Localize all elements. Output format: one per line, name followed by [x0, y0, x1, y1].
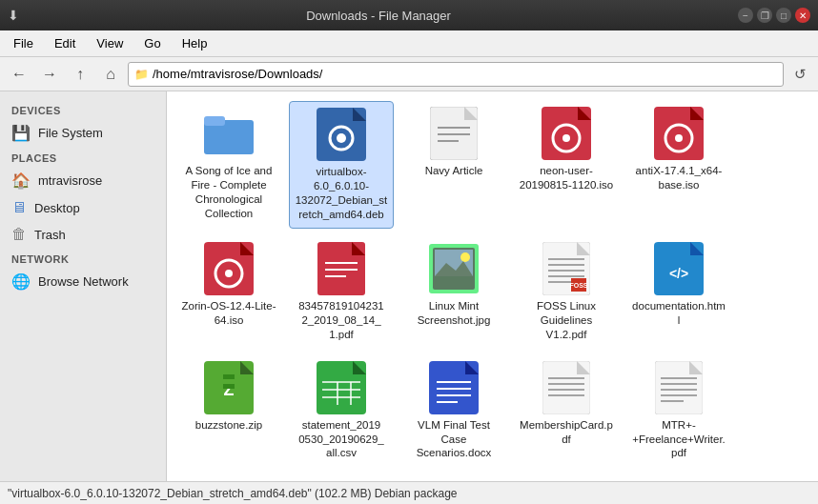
file-item-txt[interactable]: Navy Article — [401, 101, 506, 229]
network-section-label: NETWORK — [0, 248, 166, 268]
main-layout: DEVICES 💾 File System PLACES 🏠 mtravisro… — [0, 91, 818, 481]
menu-help[interactable]: Help — [173, 34, 217, 52]
jpg-icon — [427, 242, 481, 295]
svg-rect-50 — [223, 384, 235, 389]
file-label: MembershipCard.pdf — [519, 418, 614, 447]
file-item-iso-neon[interactable]: neon-user-20190815-1120.iso — [514, 101, 619, 229]
pdf-icon-1 — [315, 242, 368, 295]
app-icon: ⬇ — [8, 8, 19, 23]
svg-text:FOSS: FOSS — [569, 282, 587, 289]
file-label: documentation.html — [631, 299, 726, 328]
network-icon: 🌐 — [11, 272, 31, 291]
file-label: statement_2019 0530_20190629_ all.csv — [294, 418, 389, 461]
address-icon: 📁 — [134, 68, 149, 81]
file-label: buzzstone.zip — [195, 418, 262, 433]
folder-icon — [202, 107, 256, 160]
sidebar-desktop-label: Desktop — [34, 201, 80, 215]
file-item-pdf-foss[interactable]: FOSS FOSS Linux Guidelines V1.2.pdf — [514, 236, 619, 348]
forward-button[interactable]: → — [36, 61, 63, 88]
maximize-button[interactable]: □ — [776, 8, 791, 23]
refresh-button[interactable]: ↺ — [787, 62, 812, 87]
svg-point-32 — [460, 252, 470, 262]
file-area: A Song of Ice and Fire - Complete Chrono… — [167, 91, 818, 481]
sidebar-item-desktop[interactable]: 🖥 Desktop — [0, 194, 166, 221]
titlebar-title: Downloads - File Manager — [19, 9, 738, 23]
file-label: virtualbox-6.0_6.0.10-132072_Debian_stre… — [294, 165, 389, 222]
file-item-pdf-mtr[interactable]: MTR+-+Freelance+Writer.pdf — [626, 355, 731, 467]
csv-icon — [315, 361, 368, 414]
file-item-pdf-member[interactable]: MembershipCard.pdf — [514, 355, 619, 467]
desktop-icon: 🖥 — [11, 199, 27, 216]
minimize-button[interactable]: − — [738, 8, 753, 23]
sidebar-item-trash[interactable]: 🗑 Trash — [0, 221, 166, 248]
pdf-icon-mtr — [652, 361, 706, 414]
deb-icon — [315, 108, 368, 161]
file-label: MTR+-+Freelance+Writer.pdf — [631, 418, 726, 461]
file-item-zip[interactable]: Z buzzstone.zip — [176, 355, 281, 467]
html-icon: </> — [652, 242, 706, 295]
svg-point-18 — [675, 134, 683, 142]
close-button[interactable]: ✕ — [795, 8, 810, 23]
titlebar-left: ⬇ — [8, 8, 19, 23]
file-label: 83457819104231 2_2019_08_14_ 1.pdf — [294, 299, 389, 342]
sidebar-item-browse-network[interactable]: 🌐 Browse Network — [0, 268, 166, 295]
address-bar-container: 📁 — [128, 62, 784, 87]
file-item-jpg[interactable]: Linux Mint Screenshot.jpg — [401, 236, 506, 348]
file-label: Zorin-OS-12.4-Lite-64.iso — [181, 299, 276, 328]
menu-view[interactable]: View — [87, 34, 133, 52]
file-label: A Song of Ice and Fire - Complete Chrono… — [181, 164, 276, 221]
file-label: Navy Article — [425, 164, 483, 178]
pdf-icon-foss: FOSS — [540, 242, 593, 295]
sidebar-network-label: Browse Network — [38, 274, 129, 289]
sidebar-trash-label: Trash — [34, 228, 66, 242]
titlebar-controls: − ❐ □ ✕ — [738, 8, 810, 23]
pdf-icon-member — [540, 361, 593, 414]
file-label: Linux Mint Screenshot.jpg — [406, 299, 501, 328]
restore-button[interactable]: ❐ — [757, 8, 772, 23]
svg-point-5 — [337, 133, 346, 143]
file-item-deb[interactable]: virtualbox-6.0_6.0.10-132072_Debian_stre… — [289, 101, 394, 229]
up-button[interactable]: ↑ — [67, 61, 93, 88]
file-label: antiX-17.4.1_x64-base.iso — [631, 164, 726, 192]
home-icon: 🏠 — [11, 171, 31, 190]
sidebar-item-home[interactable]: 🏠 mtravisrose — [0, 167, 166, 194]
address-bar[interactable] — [153, 67, 777, 81]
sidebar-item-filesystem[interactable]: 💾 File System — [0, 119, 166, 147]
drive-icon: 💾 — [11, 124, 31, 142]
sidebar: DEVICES 💾 File System PLACES 🏠 mtravisro… — [0, 91, 167, 481]
status-text: "virtualbox-6.0_6.0.10-132072_Debian_str… — [8, 487, 458, 500]
file-item[interactable]: A Song of Ice and Fire - Complete Chrono… — [176, 101, 281, 229]
file-label: neon-user-20190815-1120.iso — [519, 164, 614, 192]
svg-text:</>: </> — [669, 266, 688, 281]
places-section-label: PLACES — [0, 147, 166, 167]
file-label: FOSS Linux Guidelines V1.2.pdf — [519, 299, 614, 342]
menu-go[interactable]: Go — [134, 34, 170, 52]
home-button[interactable]: ⌂ — [97, 61, 124, 88]
file-grid: A Song of Ice and Fire - Complete Chrono… — [176, 101, 808, 466]
sidebar-filesystem-label: File System — [38, 126, 103, 140]
trash-icon: 🗑 — [11, 226, 27, 243]
menu-file[interactable]: File — [4, 34, 43, 52]
file-item-iso-zorin[interactable]: Zorin-OS-12.4-Lite-64.iso — [176, 236, 281, 348]
toolbar: ← → ↑ ⌂ 📁 ↺ — [0, 57, 818, 91]
file-item-pdf1[interactable]: 83457819104231 2_2019_08_14_ 1.pdf — [289, 236, 394, 348]
file-item-docx[interactable]: VLM Final Test Case Scenarios.docx — [401, 355, 506, 467]
svg-rect-48 — [223, 374, 235, 379]
menubar: File Edit View Go Help — [0, 30, 818, 57]
zip-icon: Z — [202, 361, 256, 414]
svg-rect-49 — [223, 379, 235, 384]
file-item-html[interactable]: </> documentation.html — [626, 236, 731, 348]
iso-icon-3 — [202, 242, 256, 295]
svg-rect-1 — [204, 116, 225, 126]
file-item-csv[interactable]: statement_2019 0530_20190629_ all.csv — [289, 355, 394, 467]
file-item-iso-antix[interactable]: antiX-17.4.1_x64-base.iso — [626, 101, 731, 229]
svg-point-14 — [562, 134, 570, 142]
devices-section-label: DEVICES — [0, 99, 166, 119]
statusbar: "virtualbox-6.0_6.0.10-132072_Debian_str… — [0, 481, 818, 504]
titlebar: ⬇ Downloads - File Manager − ❐ □ ✕ — [0, 0, 818, 30]
back-button[interactable]: ← — [6, 61, 32, 88]
menu-edit[interactable]: Edit — [45, 34, 85, 52]
docx-icon — [427, 361, 481, 414]
svg-point-22 — [225, 270, 233, 277]
sidebar-home-label: mtravisrose — [38, 173, 102, 188]
